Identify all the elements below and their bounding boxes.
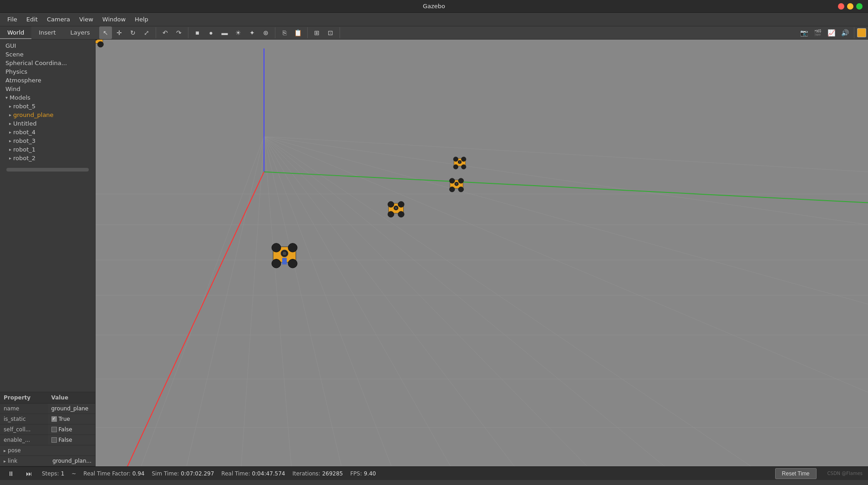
svg-point-55: [461, 165, 466, 169]
tree-groundplane[interactable]: ▸ ground_plane: [0, 111, 95, 119]
svg-point-27: [272, 243, 281, 252]
spot-light-tool[interactable]: ⊛: [259, 26, 272, 39]
menu-help[interactable]: Help: [131, 15, 152, 24]
tree-robot4-label: robot_4: [13, 129, 36, 136]
close-button[interactable]: [838, 3, 844, 10]
tree-scene-label: Scene: [5, 51, 24, 58]
rotate-tool[interactable]: ↻: [127, 26, 139, 39]
tree-robot3[interactable]: ▸ robot_3: [0, 136, 95, 145]
iterations-value: 269285: [322, 470, 343, 477]
align-btn[interactable]: ⊞: [310, 26, 323, 39]
fps-display: FPS: 9.40: [350, 470, 376, 477]
steps-display: Steps: 1: [42, 470, 64, 477]
scale-tool[interactable]: ⤢: [140, 26, 153, 39]
audio-btn[interactable]: 🔊: [838, 26, 851, 39]
prop-val-name: ground_plane: [48, 404, 96, 414]
svg-point-56: [453, 157, 458, 162]
undo-btn[interactable]: ↶: [159, 26, 172, 39]
svg-point-28: [288, 243, 297, 252]
tree-atmosphere[interactable]: Atmosphere: [0, 76, 95, 85]
menu-window[interactable]: Window: [99, 15, 129, 24]
tab-world[interactable]: World: [0, 26, 31, 39]
tree-physics[interactable]: Physics: [0, 67, 95, 76]
pose-arrow: ▸: [4, 448, 6, 453]
properties-panel: Property Value name ground_plane is_stat…: [0, 392, 95, 466]
steps-value: 1: [61, 470, 65, 477]
svg-point-43: [398, 202, 405, 207]
robot4-arrow: ▸: [9, 130, 11, 135]
tree-atmosphere-label: Atmosphere: [5, 77, 41, 84]
menu-file[interactable]: File: [4, 15, 21, 24]
tree-models[interactable]: ▾ Models: [0, 93, 95, 102]
sphere-tool[interactable]: ●: [205, 26, 218, 39]
sep1: [156, 27, 156, 38]
link-label: link: [8, 458, 17, 464]
viewport[interactable]: [96, 40, 868, 466]
plot-btn[interactable]: 📈: [825, 26, 838, 39]
fps-label: FPS:: [350, 470, 362, 477]
prop-section-pose[interactable]: ▸ pose: [0, 445, 95, 456]
svg-point-50: [458, 178, 464, 183]
simtime-value: 0:07:02.297: [181, 470, 214, 477]
color-picker[interactable]: [857, 28, 866, 37]
menu-view[interactable]: View: [76, 15, 97, 24]
box-tool[interactable]: ■: [191, 26, 204, 39]
tree-wind[interactable]: Wind: [0, 85, 95, 93]
sep4: [307, 27, 308, 38]
enable-checkbox[interactable]: [51, 437, 57, 443]
dir-light-tool[interactable]: ☀: [232, 26, 245, 39]
tree-spherical-label: Spherical Coordina...: [5, 60, 67, 66]
screenshot-btn[interactable]: 📷: [797, 26, 810, 39]
groundplane-arrow: ▸: [9, 112, 11, 117]
prop-val-selfcoll[interactable]: False: [48, 424, 96, 434]
menu-edit[interactable]: Edit: [23, 15, 41, 24]
minimize-button[interactable]: [847, 3, 853, 10]
prop-val-static[interactable]: True: [48, 414, 96, 424]
maximize-button[interactable]: [856, 3, 863, 10]
sep3: [275, 27, 275, 38]
prop-header: Property Value: [0, 392, 95, 404]
tree-scrollbar[interactable]: [6, 168, 89, 172]
static-checkbox[interactable]: [51, 416, 57, 422]
tree-scene[interactable]: Scene: [0, 50, 95, 59]
prop-col-property: Property: [0, 392, 48, 403]
copy-btn[interactable]: ⎘: [278, 26, 291, 39]
point-light-tool[interactable]: ✦: [246, 26, 259, 39]
cursor-tool[interactable]: ↖: [99, 26, 112, 39]
svg-point-42: [388, 202, 394, 207]
tree-robot2[interactable]: ▸ robot_2: [0, 154, 95, 162]
pause-button[interactable]: ⏸: [5, 468, 16, 479]
tree-untitled[interactable]: ▸ Untitled: [0, 119, 95, 128]
tree-spherical[interactable]: Spherical Coordina...: [0, 59, 95, 67]
menubar: File Edit Camera View Window Help: [0, 13, 868, 26]
menu-camera[interactable]: Camera: [43, 15, 74, 24]
left-panel: GUI Scene Spherical Coordina... Physics …: [0, 40, 96, 466]
cylinder-tool[interactable]: ▬: [218, 26, 231, 39]
svg-point-34: [97, 41, 103, 47]
fps-value: 9.40: [364, 470, 376, 477]
tree-robot5[interactable]: ▸ robot_5: [0, 102, 95, 111]
record-btn[interactable]: 🎬: [811, 26, 824, 39]
tree-robot4[interactable]: ▸ robot_4: [0, 128, 95, 136]
tab-insert[interactable]: Insert: [31, 26, 63, 39]
tree-untitled-label: Untitled: [13, 120, 36, 127]
tree-wind-label: Wind: [5, 86, 20, 92]
tree-groundplane-label: ground_plane: [13, 111, 54, 118]
redo-btn[interactable]: ↷: [173, 26, 185, 39]
step-button[interactable]: ⏭: [24, 468, 35, 479]
svg-point-26: [288, 259, 297, 268]
tab-layers[interactable]: Layers: [63, 26, 97, 39]
svg-point-52: [456, 183, 457, 185]
tree-robot1[interactable]: ▸ robot_1: [0, 145, 95, 154]
prop-key-enable: enable_...: [0, 435, 48, 445]
tree-robot1-label: robot_1: [13, 146, 36, 153]
snap-btn[interactable]: ⊡: [324, 26, 337, 39]
reset-time-button[interactable]: Reset Time: [775, 468, 817, 479]
paste-btn[interactable]: 📋: [292, 26, 305, 39]
tree-gui[interactable]: GUI: [0, 41, 95, 50]
prop-val-enable[interactable]: False: [48, 435, 96, 445]
selfcoll-checkbox[interactable]: [51, 427, 57, 432]
prop-section-link[interactable]: ▸ link ground_plan...: [0, 456, 95, 466]
translate-tool[interactable]: ✛: [113, 26, 126, 39]
tree-robot3-label: robot_3: [13, 137, 36, 144]
